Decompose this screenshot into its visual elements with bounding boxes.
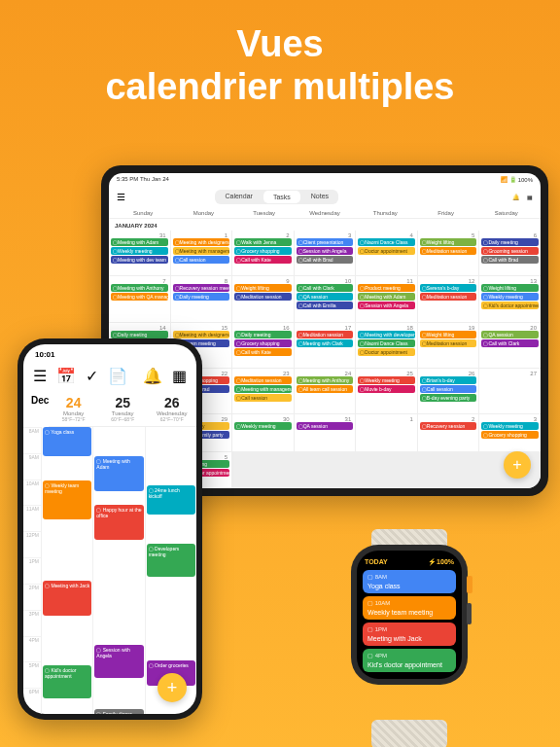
day-cell[interactable]: 10▢Call with Clark▢QA session▢Call with … bbox=[295, 276, 356, 321]
day-cell[interactable]: 12▢Serena's b-day▢Meditation session bbox=[418, 276, 479, 321]
event-chip[interactable]: ▢Call with Kate bbox=[234, 256, 292, 264]
event-chip[interactable]: ▢Call with Emilia bbox=[297, 302, 354, 309]
event-chip[interactable]: ▢Meditation session bbox=[234, 376, 292, 384]
event-chip[interactable]: ▢Meeting with Anthony bbox=[297, 376, 354, 384]
day-cell[interactable]: 25▢Weekly meeting▢Movie b-day bbox=[356, 369, 417, 413]
day-cell[interactable]: 27 bbox=[479, 369, 541, 413]
watch-event-list[interactable]: ▢ 8AMYoga class▢ 10AMWeekly team meeting… bbox=[363, 570, 456, 672]
event-chip[interactable]: ▢Meditation session bbox=[420, 247, 477, 255]
day-cell[interactable]: 5▢Weight lifting▢Meditation session bbox=[418, 231, 479, 275]
event-chip[interactable]: ▢Weekly meeting bbox=[481, 293, 539, 301]
event-chip[interactable]: ▢Client presentation bbox=[297, 238, 354, 246]
watch-crown[interactable] bbox=[467, 576, 472, 593]
event-chip[interactable]: ▢B-day evening party bbox=[420, 394, 477, 402]
menu-icon[interactable]: ☰ bbox=[33, 367, 47, 385]
day-cell[interactable]: 13▢Weight lifting▢Weekly meeting▢Kid's d… bbox=[479, 276, 541, 321]
event-chip[interactable]: ▢Meditation session bbox=[297, 331, 354, 338]
event-chip[interactable]: ▢Call with Clark bbox=[297, 284, 354, 292]
event-chip[interactable]: ▢Doctor appointment bbox=[358, 247, 415, 255]
day-cell[interactable]: 31▢Meeting with Adam▢Weekly meeting▢Meet… bbox=[109, 231, 170, 275]
event-chip[interactable]: ▢Recovery session meeting bbox=[173, 284, 230, 292]
bell-icon[interactable]: 🔔 bbox=[512, 194, 519, 200]
event-chip[interactable]: ▢Meditation session bbox=[420, 293, 477, 301]
day-cell[interactable]: 7▢Meeting with Anthony▢Meeting with QA m… bbox=[109, 276, 170, 321]
event-chip[interactable]: ▢Meeting with managers bbox=[234, 385, 292, 393]
event-chip[interactable]: ▢Session with Angela bbox=[297, 247, 354, 255]
event-chip[interactable]: ▢QA session bbox=[297, 422, 354, 430]
grid-icon[interactable]: ▦ bbox=[172, 367, 187, 385]
event-chip[interactable]: ▢Naomi Dance Class bbox=[358, 238, 415, 246]
event-block[interactable]: ▢ Session with Angela bbox=[94, 645, 143, 678]
day-cell[interactable]: 30▢Weekly meeting bbox=[232, 414, 294, 450]
event-chip[interactable]: ▢Grooming session bbox=[481, 247, 539, 255]
event-chip[interactable]: ▢Meditation session bbox=[420, 339, 477, 347]
event-chip[interactable]: ▢Doctor appointment bbox=[358, 348, 415, 356]
event-chip[interactable]: ▢Meditation session bbox=[234, 293, 292, 301]
event-chip[interactable]: ▢Recovery session bbox=[420, 422, 477, 430]
tab-calendar[interactable]: Calendar bbox=[215, 190, 262, 204]
day-cell[interactable]: 9▢Weight lifting▢Meditation session bbox=[232, 276, 294, 321]
event-chip[interactable]: ▢Call session bbox=[234, 394, 292, 402]
check-icon[interactable]: ✓ bbox=[86, 367, 98, 385]
schedule-grid[interactable]: ▢ Yoga class▢ Weekly team meeting▢ Meeti… bbox=[41, 427, 196, 714]
event-chip[interactable]: ▢Meeting with Clark bbox=[297, 339, 354, 347]
event-block[interactable]: ▢ Kid's doctor appointment bbox=[43, 665, 91, 698]
event-chip[interactable]: ▢Meeting with designers bbox=[173, 238, 230, 246]
event-chip[interactable]: ▢QA session bbox=[297, 293, 354, 301]
add-button[interactable]: + bbox=[158, 673, 187, 702]
event-chip[interactable]: ▢Meeting with Adam bbox=[111, 238, 168, 246]
day-column[interactable]: 26Wednesday62°F–70°F bbox=[147, 391, 196, 426]
event-block[interactable]: ▢ Developers meeting bbox=[147, 544, 195, 577]
add-button[interactable]: + bbox=[504, 451, 531, 479]
event-chip[interactable]: ▢Call session bbox=[173, 256, 230, 264]
event-chip[interactable]: ▢Movie b-day bbox=[358, 385, 415, 393]
event-chip[interactable]: ▢Weekly meeting bbox=[234, 422, 292, 430]
event-chip[interactable]: ▢Grocery shopping bbox=[234, 339, 292, 347]
event-chip[interactable]: ▢Kid's doctor appointment bbox=[481, 302, 539, 309]
segmented-control[interactable]: CalendarTasksNotes bbox=[215, 190, 338, 204]
event-chip[interactable]: ▢Meeting with dev team bbox=[111, 256, 168, 264]
event-block[interactable]: ▢ 24me lunch kickoff bbox=[147, 485, 195, 515]
event-chip[interactable]: ▢Meeting with Adam bbox=[358, 293, 415, 301]
day-cell[interactable]: 23▢Meditation session▢Meeting with manag… bbox=[232, 369, 294, 413]
event-chip[interactable]: ▢Call with Kate bbox=[234, 348, 292, 356]
event-chip[interactable]: ▢Meeting with designers bbox=[173, 331, 230, 338]
day-selector[interactable]: 24Monday58°F–72°F25Tuesday60°F–68°F26Wed… bbox=[49, 391, 196, 427]
tab-tasks[interactable]: Tasks bbox=[263, 191, 300, 203]
day-cell[interactable]: 11▢Product meeting▢Meeting with Adam▢Ses… bbox=[356, 276, 417, 321]
event-chip[interactable]: ▢Daily meeting bbox=[234, 331, 292, 338]
tab-notes[interactable]: Notes bbox=[301, 190, 338, 204]
event-chip[interactable]: ▢Weight lifting bbox=[420, 238, 477, 246]
event-chip[interactable]: ▢Weight lifting bbox=[420, 331, 477, 338]
event-block[interactable]: ▢ Meeting with Jack bbox=[43, 581, 91, 616]
event-block[interactable]: ▢ Yoga class bbox=[43, 427, 91, 456]
day-cell[interactable]: 18▢Meeting with developers▢Naomi Dance C… bbox=[356, 323, 417, 368]
day-cell[interactable]: 1 bbox=[356, 414, 417, 450]
event-chip[interactable]: ▢Grocery shopping bbox=[234, 247, 292, 255]
day-cell[interactable]: 8▢Recovery session meeting▢Daily meeting bbox=[171, 276, 232, 321]
event-chip[interactable]: ▢Brian's b-day bbox=[420, 376, 477, 384]
grid-icon[interactable]: ▦ bbox=[527, 194, 533, 200]
event-chip[interactable]: ▢Call session bbox=[420, 385, 477, 393]
day-cell[interactable]: 4▢Naomi Dance Class▢Doctor appointment bbox=[356, 231, 417, 275]
day-cell[interactable]: 3▢Weekly meeting▢Grocery shopping bbox=[479, 414, 541, 450]
event-block[interactable]: ▢ Weekly team meeting bbox=[43, 480, 91, 519]
event-chip[interactable]: ▢Weekly meeting bbox=[481, 422, 539, 430]
event-chip[interactable]: ▢Daily meeting bbox=[481, 238, 539, 246]
event-chip[interactable]: ▢Product meeting bbox=[358, 284, 415, 292]
watch-side-button[interactable] bbox=[467, 603, 472, 624]
event-chip[interactable]: ▢Call with Brad bbox=[481, 256, 539, 264]
event-chip[interactable]: ▢Weight lifting bbox=[481, 284, 539, 292]
event-chip[interactable]: ▢All team call session bbox=[297, 385, 354, 393]
event-chip[interactable]: ▢Meeting with managers bbox=[173, 247, 230, 255]
event-chip[interactable]: ▢Serena's b-day bbox=[420, 284, 477, 292]
day-cell[interactable]: 2▢Recovery session bbox=[418, 414, 479, 450]
event-chip[interactable]: ▢Meeting with Anthony bbox=[111, 284, 168, 292]
event-block[interactable]: ▢ Meeting with Adam bbox=[94, 456, 143, 491]
watch-event[interactable]: ▢ 1PMMeeting with Jack bbox=[363, 622, 456, 646]
event-chip[interactable]: ▢QA session bbox=[481, 331, 539, 338]
day-cell[interactable]: 26▢Brian's b-day▢Call session▢B-day even… bbox=[418, 369, 479, 413]
menu-icon[interactable]: ☰ bbox=[117, 192, 125, 202]
event-chip[interactable]: ▢Naomi Dance Class bbox=[358, 339, 415, 347]
day-cell[interactable]: 20▢QA session▢Call with Clark bbox=[479, 323, 541, 368]
